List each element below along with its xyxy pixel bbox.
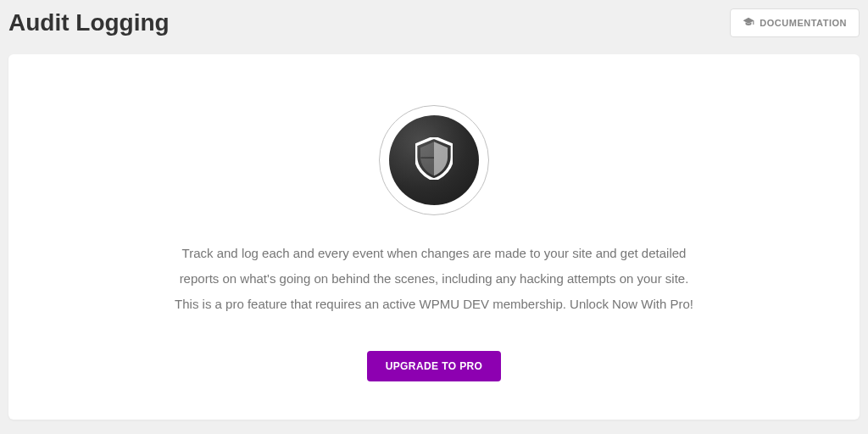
upgrade-to-pro-button[interactable]: UPGRADE TO PRO (367, 351, 502, 381)
documentation-button-label: DOCUMENTATION (760, 18, 847, 28)
documentation-button[interactable]: DOCUMENTATION (730, 8, 860, 37)
graduation-cap-icon (743, 16, 754, 30)
page-header: Audit Logging DOCUMENTATION (0, 0, 868, 54)
shield-icon-ring (379, 105, 489, 215)
shield-icon-circle (389, 115, 479, 205)
shield-icon (415, 137, 453, 183)
feature-description: Track and log each and every event when … (171, 241, 697, 317)
page-title: Audit Logging (8, 9, 170, 36)
feature-card: Track and log each and every event when … (8, 54, 860, 420)
